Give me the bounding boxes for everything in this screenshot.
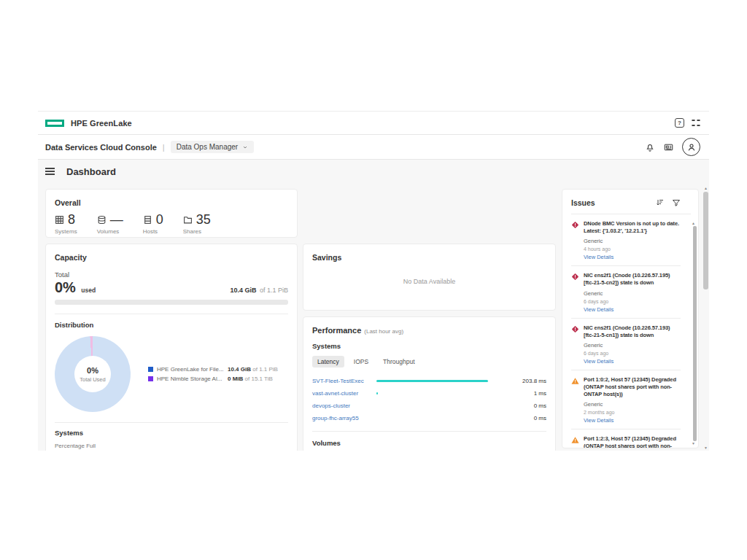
distribution-legend: HPE GreenLake for File... 10.4 GiB of 1.…: [148, 366, 278, 382]
issue-category: Generic: [584, 290, 681, 297]
issue-title: NIC ens2f1 (Cnode (10.226.57.193) [ftc-2…: [584, 324, 681, 339]
stat-systems: 8 Systems: [55, 213, 77, 235]
overall-card: Overall 8 Systems: [45, 189, 298, 238]
legend-amount: 0 MiB of 15.1 TiB: [228, 376, 273, 382]
tab-latency[interactable]: Latency: [312, 356, 344, 368]
donut-center-value: 0%: [87, 366, 98, 375]
filter-icon[interactable]: [672, 198, 681, 207]
hosts-label: Hosts: [143, 228, 163, 235]
page-toolbar: Dashboard: [38, 160, 709, 183]
issue-item: NIC ens2f1 (Cnode (10.226.57.193) [ftc-2…: [571, 319, 681, 370]
performance-tabs: Latency IOPS Throughput: [312, 356, 546, 368]
view-details-link[interactable]: View Details: [584, 254, 681, 260]
hosts-icon: [143, 215, 152, 225]
separator: |: [163, 143, 165, 152]
hpe-logo-icon: [45, 120, 64, 127]
issues-scrollbar[interactable]: ▲ ▼: [693, 222, 697, 446]
distribution-title: Distribution: [55, 321, 288, 329]
distribution-donut-chart: 0% Total Used: [55, 336, 131, 412]
page-scrollbar-thumb[interactable]: [703, 192, 708, 289]
whats-new-button[interactable]: [663, 142, 674, 152]
issues-scrollbar-thumb[interactable]: [693, 226, 697, 441]
shares-count: 35: [196, 213, 211, 226]
legend-swatch: [148, 367, 153, 372]
system-link[interactable]: devops-cluster: [312, 402, 376, 409]
issue-category: Generic: [584, 401, 681, 408]
menu-icon[interactable]: [45, 166, 55, 176]
systems-label: Systems: [55, 228, 77, 235]
volumes-section-title: Volumes: [312, 439, 546, 447]
stat-volumes: — Volumes: [97, 213, 123, 235]
issue-category: Generic: [584, 238, 681, 244]
performance-systems-label: Systems: [312, 342, 546, 350]
critical-icon: [571, 221, 579, 229]
capacity-total-label: Total: [55, 271, 288, 279]
system-link[interactable]: SVT-Fleet-TestExec: [312, 378, 376, 384]
issue-item: Port 1:0:2, Host 57 (12345) Degraded (ON…: [571, 370, 681, 429]
latency-value: 203.8 ms: [506, 378, 546, 384]
issue-title: NIC ens2f1 (Cnode (10.226.57.195) [ftc-2…: [584, 272, 681, 287]
apps-grid-icon[interactable]: [692, 119, 700, 128]
capacity-card: Capacity Total 0% used 10.4 GiB of 1.1 P…: [45, 244, 298, 451]
shares-icon: [183, 215, 193, 225]
issue-title: DNode BMC Version is not up to date. Lat…: [584, 220, 681, 235]
brand-name: HPE GreenLake: [71, 119, 132, 128]
view-details-link[interactable]: View Details: [584, 358, 681, 365]
console-header: Data Services Cloud Console | Data Ops M…: [38, 135, 709, 160]
issue-time: 6 days ago: [584, 351, 681, 356]
savings-empty-state: No Data Available: [312, 262, 546, 301]
user-icon: [686, 142, 697, 152]
overall-title: Overall: [55, 198, 288, 207]
help-button[interactable]: ?: [675, 118, 684, 128]
tab-throughput[interactable]: Throughput: [378, 356, 419, 368]
warning-icon: [571, 436, 579, 444]
brand: HPE GreenLake: [45, 119, 132, 128]
view-details-link[interactable]: View Details: [584, 306, 681, 313]
latency-bar: [376, 392, 378, 394]
capacity-progress-bar: [55, 300, 288, 305]
capacity-used-percent: 0%: [55, 279, 76, 295]
latency-value: 1 ms: [506, 390, 546, 397]
systems-icon: [55, 215, 64, 225]
shares-label: Shares: [183, 228, 211, 235]
critical-icon: [571, 273, 579, 281]
issue-item: DNode BMC Version is not up to date. Lat…: [571, 214, 681, 266]
app-selector-dropdown[interactable]: Data Ops Manager: [171, 141, 255, 153]
issue-item: Port 1:2:3, Host 57 (12345) Degraded (ON…: [571, 429, 681, 448]
help-icon: ?: [675, 118, 684, 128]
volumes-count: —: [110, 213, 123, 226]
latency-value: 0 ms: [506, 415, 546, 421]
tab-iops[interactable]: IOPS: [349, 356, 374, 368]
latency-chart: SVT-Fleet-TestExec 203.8 ms vast-avnet-c…: [312, 375, 546, 424]
top-header: HPE GreenLake ?: [38, 112, 709, 135]
latency-value: 0 ms: [506, 402, 546, 409]
systems-chart-title: Systems: [55, 429, 288, 437]
percentage-full-label: Percentage Full: [55, 443, 288, 449]
legend-swatch: [148, 376, 153, 381]
sort-icon[interactable]: [656, 198, 665, 207]
system-link[interactable]: group-fhc-array55: [312, 415, 376, 421]
critical-icon: [571, 325, 579, 333]
issue-item: NIC ens2f1 (Cnode (10.226.57.195) [ftc-2…: [571, 266, 681, 318]
capacity-used-suffix: used: [81, 287, 96, 294]
console-title: Data Services Cloud Console: [45, 143, 157, 152]
system-link[interactable]: vast-avnet-cluster: [312, 390, 376, 397]
issues-title: Issues: [571, 198, 595, 207]
issues-list: DNode BMC Version is not up to date. Lat…: [571, 214, 691, 448]
page-title: Dashboard: [66, 166, 116, 177]
stat-shares: 35 Shares: [183, 213, 211, 235]
capacity-amount: 10.4 GiB of 1.1 PiB: [230, 282, 288, 295]
news-icon: [663, 142, 674, 152]
legend-amount: 10.4 GiB of 1.1 PiB: [228, 366, 278, 373]
performance-subtitle: (Last hour avg): [364, 328, 403, 335]
issue-title: Port 1:2:3, Host 57 (12345) Degraded (ON…: [584, 435, 681, 448]
main-content: Dashboard Overall 8 Systems: [38, 160, 709, 451]
legend-name: HPE Nimble Storage Al...: [157, 376, 224, 382]
user-avatar[interactable]: [682, 138, 700, 156]
issue-time: 2 months ago: [584, 410, 681, 415]
systems-count: 8: [68, 213, 75, 226]
bell-icon: [645, 142, 655, 152]
notifications-button[interactable]: [645, 142, 655, 152]
page-scrollbar[interactable]: ▲ ▼: [702, 186, 709, 451]
view-details-link[interactable]: View Details: [584, 417, 681, 424]
